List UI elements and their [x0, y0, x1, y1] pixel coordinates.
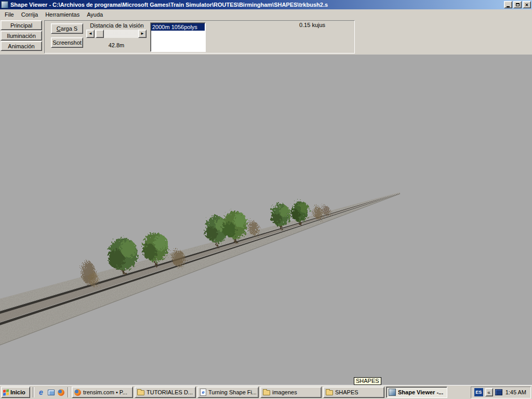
desktop-icon [48, 390, 55, 395]
tab-principal[interactable]: Principal [1, 20, 42, 30]
lod-listbox[interactable]: 2000m 1056polys [150, 22, 206, 52]
menu-herramientas[interactable]: Herramientas [42, 10, 83, 19]
menu-file[interactable]: File [1, 10, 18, 19]
menu-ayuda[interactable]: Ayuda [83, 10, 107, 19]
clock: 1:45 AM [504, 389, 527, 395]
ie-icon: e [202, 390, 204, 395]
window-title: Shape Viewer - C:\Archivos de programa\M… [10, 2, 503, 8]
ie-quicklaunch-icon[interactable]: e [37, 388, 45, 396]
shape-viewer-window: Shape Viewer - C:\Archivos de programa\M… [0, 0, 532, 399]
menu-corrija[interactable]: Corrija [18, 10, 42, 19]
language-indicator[interactable]: ES [474, 388, 483, 396]
chevron-left-icon: « [487, 390, 490, 395]
lod-item-selected[interactable]: 2000m 1056polys [151, 23, 205, 31]
taskbar-item-trensim[interactable]: trensim.com • P... [72, 387, 133, 398]
firefox-quicklaunch-icon[interactable] [57, 388, 65, 396]
ie-page-icon: e [200, 389, 206, 396]
tab-animacion[interactable]: Animación [1, 41, 42, 51]
toolbar: Principal Iluminación Animación Carga S … [0, 19, 532, 55]
ie-icon: e [39, 389, 43, 396]
trackside-scene [0, 55, 532, 385]
shapes-tooltip: SHAPES [354, 377, 381, 385]
task-label: SHAPES [335, 389, 358, 395]
titlebar[interactable]: Shape Viewer - C:\Archivos de programa\M… [0, 0, 532, 9]
taskbar-item-shape-viewer[interactable]: Shape Viewer -... [386, 387, 447, 398]
slider-track[interactable] [95, 30, 138, 38]
minimize-button[interactable] [504, 1, 512, 8]
scroll-right-icon: ► [140, 32, 144, 36]
scene-svg [0, 55, 532, 385]
taskbar-item-tutoriales[interactable]: TUTORIALES D... [135, 387, 196, 398]
window-controls: × [503, 1, 531, 8]
app-icon [1, 1, 8, 8]
bush-2 [172, 250, 184, 267]
render-speed-status: 0.15 kujus [273, 22, 351, 28]
scroll-left-button[interactable]: ◄ [86, 30, 95, 38]
taskbar-item-shapes[interactable]: SHAPES [323, 387, 384, 398]
task-label: Shape Viewer -... [398, 389, 443, 395]
close-button[interactable]: × [523, 1, 531, 8]
shape-viewer-icon [389, 389, 396, 396]
view-distance-label: Distancia de la visión [83, 22, 151, 29]
firefox-icon [74, 389, 81, 396]
folder-icon [326, 390, 333, 395]
taskbar: Inicio e trensim.com • P... TUTORIALES D… [0, 385, 532, 399]
toolbar-panel: Carga S Screenshot Distancia de la visió… [44, 20, 355, 54]
show-desktop-icon[interactable] [47, 388, 55, 396]
system-tray: ES « 1:45 AM [471, 387, 531, 398]
tray-collapse-button[interactable]: « [485, 388, 493, 396]
restore-icon [516, 3, 520, 6]
viewport[interactable] [0, 55, 532, 385]
bush-3 [248, 221, 259, 235]
scroll-right-button[interactable]: ► [138, 30, 147, 38]
folder-icon [263, 390, 270, 395]
scroll-left-icon: ◄ [88, 32, 92, 36]
folder-icon [137, 390, 144, 395]
slider-thumb[interactable] [96, 30, 104, 38]
view-distance-slider[interactable]: ◄ ► [86, 30, 147, 38]
taskarea-separator [68, 387, 69, 397]
close-icon: × [525, 2, 528, 8]
load-shape-button[interactable]: Carga S [51, 23, 83, 34]
task-label: imagenes [272, 389, 297, 395]
start-label: Inicio [10, 389, 25, 395]
view-distance-value: 42.8m [86, 42, 147, 48]
quicklaunch-separator [33, 387, 34, 397]
taskbar-item-turning-shape[interactable]: e Turning Shape Fi... [197, 387, 259, 398]
tray-app-icon[interactable] [495, 389, 502, 395]
tab-iluminacion[interactable]: Iluminación [1, 31, 42, 41]
task-label: Turning Shape Fi... [208, 389, 256, 395]
firefox-icon [58, 389, 64, 396]
menu-bar: File Corrija Herramientas Ayuda [0, 9, 532, 19]
start-button[interactable]: Inicio [1, 387, 30, 398]
taskbar-item-imagenes[interactable]: imagenes [260, 387, 322, 398]
minimize-icon [507, 6, 510, 7]
task-label: TUTORIALES D... [147, 389, 193, 395]
restore-button[interactable] [513, 1, 522, 8]
scene-background [0, 55, 532, 385]
load-shape-label: Carga S [51, 25, 83, 32]
windows-logo-icon [3, 389, 9, 396]
task-label: trensim.com • P... [83, 389, 127, 395]
screenshot-button[interactable]: Screenshot [51, 37, 83, 48]
